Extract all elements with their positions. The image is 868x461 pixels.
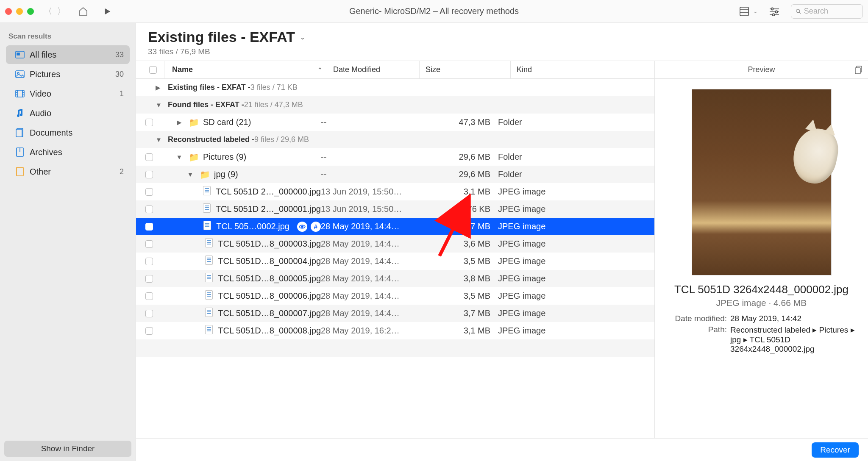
row-checkbox[interactable]: [145, 327, 153, 335]
file-row[interactable]: TCL 5051D…8_000008.jpg28 May 2019, 16:2……: [136, 322, 654, 339]
file-icon: [203, 290, 215, 302]
file-row[interactable]: TCL 5051D…8_000006.jpg28 May 2019, 14:4……: [136, 287, 654, 305]
disclosure-icon[interactable]: ▼: [185, 171, 195, 178]
column-kind[interactable]: Kind: [510, 61, 654, 78]
row-checkbox[interactable]: [145, 223, 153, 230]
file-row[interactable]: TCL 5051D…8_000005.jpg28 May 2019, 14:4……: [136, 270, 654, 287]
file-row[interactable]: TCL 505…0002.jpg#28 May 2019, 14:4…4,7 M…: [136, 218, 654, 235]
sidebar-item-count: 33: [115, 50, 124, 59]
disclosure-icon[interactable]: ▼: [156, 136, 166, 143]
disclosure-icon[interactable]: ▶: [174, 119, 184, 126]
svg-point-27: [301, 226, 303, 228]
fullscreen-window[interactable]: [27, 8, 34, 15]
row-date: 28 May 2019, 14:4…: [321, 239, 413, 249]
recover-button[interactable]: Recover: [812, 442, 859, 458]
row-date: 28 May 2019, 14:4…: [321, 256, 413, 266]
sidebar-item-audio[interactable]: Audio: [6, 104, 130, 122]
row-size: 3,7 MB: [413, 308, 498, 318]
row-date: 28 May 2019, 16:2…: [321, 326, 413, 336]
select-all-checkbox[interactable]: [149, 66, 157, 74]
sidebar-item-label: Documents: [30, 128, 124, 138]
folder-row[interactable]: ▼📁jpg (9) -- 29,6 MB Folder: [136, 166, 654, 183]
row-date: --: [321, 152, 413, 162]
row-name: TCL 5051D…8_000008.jpg: [218, 326, 321, 336]
row-checkbox[interactable]: [145, 292, 153, 300]
sidebar: Scan results All files 33 Pictures 30 Vi…: [0, 23, 136, 461]
archives-icon: [15, 147, 25, 157]
row-checkbox[interactable]: [145, 258, 153, 265]
file-row[interactable]: TCL 5051D…8_000004.jpg28 May 2019, 14:4……: [136, 253, 654, 270]
page-subtitle: 33 files / 76,9 MB: [148, 47, 856, 56]
sidebar-item-archives[interactable]: Archives: [6, 143, 130, 161]
folder-row[interactable]: ▶📁SD card (21) -- 47,3 MB Folder: [136, 114, 654, 131]
file-icon: [203, 325, 215, 336]
sidebar-item-all-files[interactable]: All files 33: [6, 45, 130, 64]
hex-icon[interactable]: #: [311, 222, 321, 232]
group-row[interactable]: ▼ Reconstructed labeled - 9 files / 29,6…: [136, 131, 654, 148]
home-icon[interactable]: [78, 6, 88, 17]
row-kind: JPEG image: [498, 222, 654, 231]
sidebar-item-documents[interactable]: Documents: [6, 123, 130, 142]
disclosure-icon[interactable]: ▶: [156, 84, 166, 92]
preview-date-value: 28 May 2019, 14:42: [730, 314, 856, 323]
row-checkbox[interactable]: [145, 206, 153, 213]
file-icon: [203, 255, 215, 267]
other-icon: [15, 167, 25, 176]
sidebar-item-count: 1: [120, 89, 124, 98]
sidebar-item-count: 30: [115, 70, 124, 79]
main-header: Existing files - EXFAT⌄ 33 files / 76,9 …: [136, 23, 868, 61]
row-checkbox[interactable]: [145, 275, 153, 283]
row-date: --: [321, 117, 413, 127]
chevron-down-icon[interactable]: ⌄: [298, 34, 307, 41]
folder-icon: 📁: [188, 152, 200, 162]
disclosure-icon[interactable]: ▼: [174, 153, 184, 161]
column-date[interactable]: Date Modified: [327, 61, 419, 78]
preview-icon[interactable]: [297, 222, 307, 232]
row-date: 28 May 2019, 14:4…: [321, 222, 413, 231]
preview-kind-size: JPEG image · 4.66 MB: [655, 298, 868, 308]
row-size: 29,6 MB: [413, 152, 498, 162]
folder-row[interactable]: ▼📁Pictures (9) -- 29,6 MB Folder: [136, 148, 654, 166]
row-date: 28 May 2019, 14:4…: [321, 291, 413, 301]
show-in-finder-button[interactable]: Show in Finder: [4, 441, 131, 457]
row-size: 776 KB: [413, 204, 498, 214]
group-row[interactable]: ▼ Found files - EXFAT - 21 files / 47,3 …: [136, 96, 654, 114]
search-input[interactable]: [804, 7, 858, 16]
minimize-window[interactable]: [16, 8, 23, 15]
sidebar-item-video[interactable]: Video 1: [6, 84, 130, 103]
file-icon: [203, 273, 215, 284]
layout-icon[interactable]: ⌄: [740, 7, 758, 16]
copy-icon[interactable]: [854, 66, 863, 74]
row-checkbox[interactable]: [145, 153, 153, 161]
file-icon: [203, 308, 215, 319]
close-window[interactable]: [5, 8, 12, 15]
row-checkbox[interactable]: [145, 119, 153, 126]
row-checkbox[interactable]: [145, 171, 153, 178]
file-row[interactable]: TCL 5051D 2…_000000.jpg13 Jun 2019, 15:5…: [136, 183, 654, 200]
nav-back-icon[interactable]: 〈: [43, 5, 53, 18]
search-field[interactable]: [791, 4, 863, 19]
sidebar-item-label: Archives: [30, 147, 124, 157]
play-icon[interactable]: [103, 7, 112, 16]
row-checkbox[interactable]: [145, 240, 153, 248]
svg-line-10: [799, 12, 801, 13]
column-size[interactable]: Size: [419, 61, 510, 78]
svg-point-9: [796, 9, 800, 12]
row-name: TCL 5051D…8_000004.jpg: [218, 256, 321, 266]
file-row[interactable]: TCL 5051D…8_000003.jpg28 May 2019, 14:4……: [136, 235, 654, 253]
row-checkbox[interactable]: [145, 310, 153, 317]
group-row[interactable]: ▶ Existing files - EXFAT - 3 files / 71 …: [136, 79, 654, 96]
file-row[interactable]: TCL 5051D…8_000007.jpg28 May 2019, 14:4……: [136, 305, 654, 322]
row-kind: Folder: [498, 117, 654, 127]
preview-path-label: Path:: [667, 325, 727, 354]
sidebar-item-other[interactable]: Other 2: [6, 162, 130, 181]
file-row[interactable]: TCL 5051D 2…_000001.jpg13 Jun 2019, 15:5…: [136, 200, 654, 218]
row-date: 28 May 2019, 14:4…: [321, 274, 413, 283]
disclosure-icon[interactable]: ▼: [156, 101, 166, 108]
sidebar-item-pictures[interactable]: Pictures 30: [6, 65, 130, 83]
nav-forward-icon[interactable]: 〉: [57, 5, 66, 18]
row-checkbox[interactable]: [145, 188, 153, 196]
settings-icon[interactable]: [769, 7, 780, 16]
column-name[interactable]: Name⌃: [164, 61, 327, 78]
row-size: 29,6 MB: [413, 169, 498, 179]
